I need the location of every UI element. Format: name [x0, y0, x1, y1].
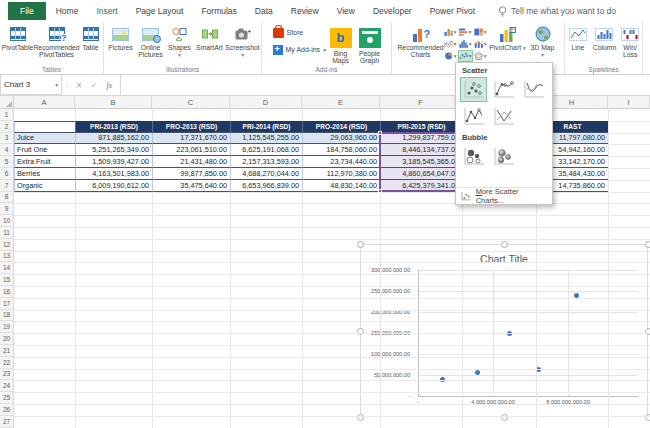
table-value-cell[interactable]: 6,009,190,612.00: [75, 180, 152, 192]
bing-maps-button[interactable]: b Bing Maps: [327, 26, 355, 66]
people-graph-button[interactable]: People Graph: [355, 26, 385, 66]
row-label-cell[interactable]: Juice: [14, 133, 75, 145]
row-header-12[interactable]: 12: [0, 239, 14, 251]
store-button[interactable]: Store: [273, 26, 327, 39]
tab-power-pivot[interactable]: Power Pivot: [422, 2, 483, 20]
insert-line-chart-button[interactable]: ▾: [443, 38, 458, 50]
table-header-cell[interactable]: PRI-2015 (RSD): [380, 121, 462, 133]
column-header-A[interactable]: A: [14, 96, 75, 109]
column-header-I[interactable]: I: [608, 96, 650, 109]
table-header-cell[interactable]: PRO-2014 (RSD): [302, 121, 380, 133]
insert-bar-chart-button[interactable]: ▾: [458, 26, 473, 38]
pivottable-button[interactable]: PivotTable: [1, 24, 35, 52]
gallery-bubble-3d[interactable]: [490, 144, 517, 169]
row-header-14[interactable]: 14: [0, 262, 14, 274]
row-header-15[interactable]: 15: [0, 274, 14, 286]
row-header-4[interactable]: 4: [0, 144, 14, 156]
my-addins-button[interactable]: My Add-ins ▾: [273, 43, 327, 56]
row-header-20[interactable]: 20: [0, 333, 14, 345]
table-value-cell[interactable]: 223,061,510.00: [152, 144, 230, 156]
screenshot-button[interactable]: Screenshot ▾: [226, 24, 260, 61]
insert-statistic-chart-button[interactable]: ▾: [458, 38, 473, 50]
chart-selection-handle[interactable]: [501, 241, 508, 248]
tab-developer[interactable]: Developer: [365, 2, 420, 20]
sparkline-line-button[interactable]: Line: [565, 24, 591, 52]
enter-button[interactable]: ✓: [91, 81, 98, 90]
table-value-cell[interactable]: 99,877,850.00: [152, 168, 230, 180]
row-header-24[interactable]: 24: [0, 380, 14, 392]
row-label-cell[interactable]: Berries: [14, 168, 75, 180]
tell-me-box[interactable]: Tell me what you want to do: [498, 6, 616, 17]
sparkline-winloss-button[interactable]: Win/ Loss: [618, 24, 642, 60]
recommended-pivottables-button[interactable]: ? Recommended PivotTables: [35, 24, 79, 60]
row-label-cell[interactable]: Organic: [14, 180, 75, 192]
formula-input[interactable]: [120, 75, 650, 95]
insert-pie-chart-button[interactable]: ▾: [443, 50, 458, 62]
row-header-9[interactable]: 9: [0, 203, 14, 215]
gallery-scatter-smooth[interactable]: [520, 77, 547, 102]
row-header-10[interactable]: 10: [0, 215, 14, 227]
column-header-F[interactable]: F: [380, 96, 462, 109]
row-header-25[interactable]: 25: [0, 392, 14, 404]
insert-function-button[interactable]: fx: [107, 81, 113, 90]
table-value-cell[interactable]: 17,371,670.00: [152, 133, 230, 145]
table-value-cell[interactable]: 48,830,140.00: [302, 180, 380, 192]
column-header-C[interactable]: C: [152, 96, 230, 109]
column-header-E[interactable]: E: [302, 96, 380, 109]
row-label-cell[interactable]: Extra Fruit: [14, 156, 75, 168]
row-header-26[interactable]: 26: [0, 404, 14, 416]
table-value-cell[interactable]: 1,125,545,255.00: [230, 133, 302, 145]
row-header-21[interactable]: 21: [0, 345, 14, 357]
table-value-cell[interactable]: 8,446,134,737.00: [380, 144, 462, 156]
gallery-scatter-straight[interactable]: [490, 104, 517, 129]
table-header-cell[interactable]: PRI-2013 (RSD): [75, 121, 152, 133]
tab-data[interactable]: Data: [247, 2, 281, 20]
more-scatter-charts-item[interactable]: More Scatter Charts...: [456, 187, 552, 204]
row-label-cell[interactable]: Fruit One: [14, 144, 75, 156]
gallery-scatter-smooth-markers[interactable]: [490, 77, 517, 102]
name-box[interactable]: Chart 3 ▾: [0, 75, 62, 95]
pictures-button[interactable]: Pictures: [106, 24, 136, 52]
table-value-cell[interactable]: 6,653,966,839.00: [230, 180, 302, 192]
insert-column-chart-button[interactable]: ▾: [443, 26, 458, 38]
table-value-cell[interactable]: 1,509,939,427.00: [75, 156, 152, 168]
row-header-22[interactable]: 22: [0, 357, 14, 369]
table-value-cell[interactable]: 184,758,060.00: [302, 144, 380, 156]
row-header-2[interactable]: 2: [0, 121, 14, 133]
pivotchart-button[interactable]: PivotChart ▾: [488, 24, 528, 53]
row-header-17[interactable]: 17: [0, 298, 14, 310]
tab-formulas[interactable]: Formulas: [193, 2, 244, 20]
row-header-6[interactable]: 6: [0, 168, 14, 180]
smartart-button[interactable]: SmartArt: [194, 24, 226, 52]
row-header-11[interactable]: 11: [0, 227, 14, 239]
tab-page-layout[interactable]: Page Layout: [128, 2, 192, 20]
row-header-16[interactable]: 16: [0, 286, 14, 298]
select-all-corner[interactable]: [0, 96, 14, 109]
tab-insert[interactable]: Insert: [88, 2, 125, 20]
table-value-cell[interactable]: 29,063,960.00: [302, 133, 380, 145]
tab-view[interactable]: View: [329, 2, 363, 20]
row-header-1[interactable]: 1: [0, 109, 14, 121]
column-header-D[interactable]: D: [230, 96, 302, 109]
sparkline-column-button[interactable]: Column: [591, 24, 619, 52]
row-header-19[interactable]: 19: [0, 321, 14, 333]
table-value-cell[interactable]: 2,157,313,593.00: [230, 156, 302, 168]
row-header-23[interactable]: 23: [0, 369, 14, 381]
cell-A2[interactable]: [14, 121, 75, 133]
table-value-cell[interactable]: 112,970,380.00: [302, 168, 380, 180]
table-value-cell[interactable]: 4,688,270,044.00: [230, 168, 302, 180]
table-value-cell[interactable]: 3,185,545,365.00: [380, 156, 462, 168]
embedded-chart[interactable]: Chart Title -50,000,000.00100,000,000.00…: [360, 244, 648, 417]
insert-scatter-chart-button[interactable]: ▾: [458, 50, 473, 62]
table-value-cell[interactable]: 21,431,480.00: [152, 156, 230, 168]
insert-surface-radar-chart-button[interactable]: ▾: [473, 50, 488, 62]
tab-home[interactable]: Home: [48, 2, 87, 20]
insert-combo-chart-button[interactable]: ▾: [473, 38, 488, 50]
table-value-cell[interactable]: 6,425,379,341.00: [380, 180, 462, 192]
column-header-B[interactable]: B: [75, 96, 152, 109]
table-button[interactable]: Table: [79, 24, 103, 52]
chart-selection-handle[interactable]: [357, 241, 364, 248]
row-header-13[interactable]: 13: [0, 251, 14, 263]
table-value-cell[interactable]: 4,860,654,047.00: [380, 168, 462, 180]
table-value-cell[interactable]: 1,299,837,759.00: [380, 133, 462, 145]
